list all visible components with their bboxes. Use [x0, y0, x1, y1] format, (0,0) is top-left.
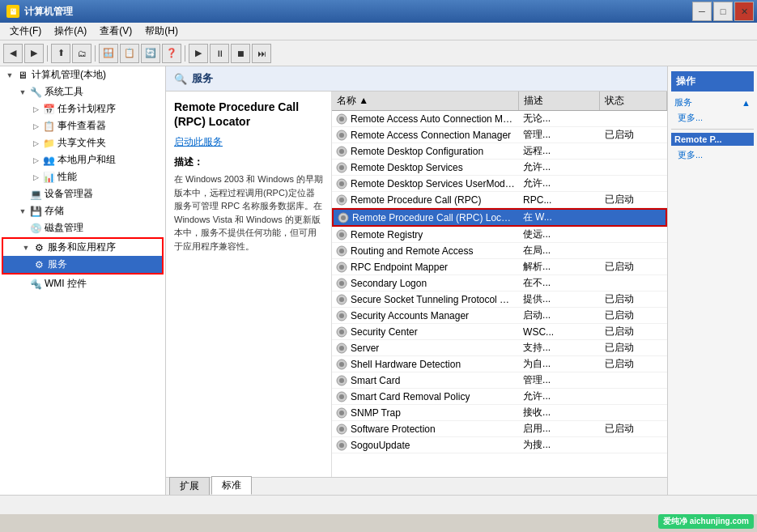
list-item[interactable]: Remote Procedure Call (RPC)RPC...已启动 — [332, 192, 667, 208]
list-item[interactable]: Remote Access Auto Connection Manager无论.… — [332, 111, 667, 127]
svg-point-23 — [339, 297, 344, 302]
list-item[interactable]: SogouUpdate为搜... — [332, 437, 667, 453]
sidebar-item-localusers[interactable]: ▷ 👥 本地用户和组 — [0, 151, 165, 168]
menu-action[interactable]: 操作(A) — [48, 23, 93, 40]
service-name-cell: Remote Desktop Services UserMode Port R.… — [332, 177, 518, 191]
toolbar-help[interactable]: ❓ — [162, 44, 181, 63]
maximize-button[interactable]: □ — [713, 2, 733, 21]
title-controls[interactable]: ─ □ ✕ — [692, 2, 754, 21]
menu-help[interactable]: 帮助(H) — [138, 23, 185, 40]
service-name-text: Smart Card Removal Policy — [351, 391, 470, 402]
service-name-cell: Remote Desktop Configuration — [332, 144, 518, 159]
storage-icon: 💾 — [29, 205, 42, 218]
service-desc-cell: 提供... — [518, 292, 600, 307]
tab-standard[interactable]: 标准 — [211, 476, 252, 495]
minimize-button[interactable]: ─ — [692, 2, 712, 21]
service-name-cell: SNMP Trap — [332, 406, 518, 420]
list-item[interactable]: Security Accounts Manager启动...已启动 — [332, 308, 667, 324]
list-item[interactable]: Remote Access Connection Manager管理...已启动 — [332, 127, 667, 143]
sidebar-item-perf[interactable]: ▷ 📊 性能 — [0, 168, 165, 185]
service-status-cell: 已启动 — [600, 127, 667, 143]
list-item[interactable]: Smart Card Removal Policy允许... — [332, 389, 667, 405]
svg-point-5 — [339, 149, 344, 154]
sidebar-item-services[interactable]: ⚙ 服务 — [3, 256, 162, 273]
services-icon: ⚙ — [32, 258, 45, 271]
list-item[interactable]: Security CenterWSC...已启动 — [332, 324, 667, 340]
toolbar-restart[interactable]: ⏭ — [252, 44, 271, 63]
service-status-cell — [600, 250, 667, 252]
sidebar-item-diskmgmt[interactable]: 💿 磁盘管理 — [0, 219, 165, 236]
list-item[interactable]: Secure Socket Tunneling Protocol Service… — [332, 292, 667, 308]
sidebar-item-wmi[interactable]: 🔩 WMI 控件 — [0, 275, 165, 292]
more-action-2[interactable]: 更多... — [671, 147, 754, 163]
start-service-link[interactable]: 启动此服务 — [174, 136, 223, 147]
list-item[interactable]: SNMP Trap接收... — [332, 405, 667, 421]
toolbar-forward-button[interactable]: ▶ — [24, 44, 44, 63]
sidebar-item-root[interactable]: ▼ 🖥 计算机管理(本地) — [0, 66, 165, 83]
close-button[interactable]: ✕ — [734, 2, 754, 21]
menu-file[interactable]: 文件(F) — [3, 23, 48, 40]
toolbar-new-window[interactable]: 🪟 — [99, 44, 118, 63]
service-name-text: Remote Registry — [351, 229, 423, 240]
service-icon — [335, 145, 348, 158]
toolbar-pause[interactable]: ⏸ — [210, 44, 229, 63]
service-name-text: Smart Card — [351, 375, 400, 386]
list-item[interactable]: Smart Card管理... — [332, 372, 667, 389]
col-header-desc[interactable]: 描述 — [519, 92, 600, 110]
eventvwr-icon: 📋 — [42, 120, 55, 133]
toolbar-pause2[interactable]: ⏹ — [231, 44, 250, 63]
toolbar-show-hide-button[interactable]: 🗂 — [72, 44, 91, 63]
toolbar-back-button[interactable]: ◀ — [3, 44, 23, 63]
sidebar-item-storage[interactable]: ▼ 💾 存储 — [0, 202, 165, 219]
list-item[interactable]: Remote Desktop Services UserMode Port R.… — [332, 176, 667, 192]
service-icon — [335, 194, 348, 206]
more-action-1[interactable]: 更多... — [671, 110, 754, 126]
toolbar-properties[interactable]: 📋 — [120, 44, 139, 63]
description-pane: Remote Procedure Call (RPC) Locator 启动此服… — [166, 92, 332, 477]
list-item[interactable]: Server支持...已启动 — [332, 340, 667, 356]
list-item[interactable]: Software Protection启用...已启动 — [332, 421, 667, 437]
list-item[interactable]: Secondary Logon在不... — [332, 275, 667, 292]
toolbar-play[interactable]: ▶ — [189, 44, 208, 63]
expand-icon-svcapp: ▼ — [19, 241, 32, 254]
sidebar-item-shares[interactable]: ▷ 📁 共享文件夹 — [0, 134, 165, 151]
col-header-status[interactable]: 状态 — [600, 92, 667, 110]
toolbar-refresh[interactable]: 🔄 — [141, 44, 160, 63]
tab-expand[interactable]: 扩展 — [169, 477, 210, 495]
expand-icon-shares: ▷ — [29, 137, 42, 150]
sidebar-item-scheduler[interactable]: ▷ 📅 任务计划程序 — [0, 100, 165, 117]
svcapp-icon: ⚙ — [32, 241, 45, 254]
sidebar-shares-label: 共享文件夹 — [57, 136, 106, 150]
sidebar-item-tools[interactable]: ▼ 🔧 系统工具 — [0, 83, 165, 100]
col-header-name[interactable]: 名称 ▲ — [332, 92, 519, 110]
svg-point-15 — [339, 232, 344, 237]
list-item[interactable]: Remote Procedure Call (RPC) Locator在 W..… — [332, 208, 667, 227]
list-item[interactable]: Remote Desktop Services允许... — [332, 160, 667, 176]
service-status-cell — [600, 151, 667, 152]
expand-icon-event: ▷ — [29, 120, 42, 133]
list-item[interactable]: Shell Hardware Detection为自...已启动 — [332, 356, 667, 372]
sidebar-wmi-label: WMI 控件 — [45, 277, 87, 291]
list-item[interactable]: RPC Endpoint Mapper解析...已启动 — [332, 259, 667, 275]
service-status-cell — [600, 118, 667, 120]
toolbar-up-button[interactable]: ⬆ — [51, 44, 70, 63]
service-desc-cell: 为搜... — [518, 437, 600, 453]
list-item[interactable]: Remote Registry使远... — [332, 227, 667, 243]
service-name-text: Remote Procedure Call (RPC) Locator — [352, 212, 515, 223]
service-name-text: Secure Socket Tunneling Protocol Service — [351, 294, 515, 305]
sidebar-item-svcapp[interactable]: ▼ ⚙ 服务和应用程序 — [3, 239, 162, 256]
tools-icon: 🔧 — [29, 86, 42, 99]
service-name-cell: SogouUpdate — [332, 438, 518, 453]
service-desc-cell: 远程... — [518, 143, 600, 159]
sidebar-item-eventvwr[interactable]: ▷ 📋 事件查看器 — [0, 117, 165, 134]
service-status-cell — [600, 283, 667, 284]
col-status-label: 状态 — [605, 95, 624, 106]
sidebar-item-devmgr[interactable]: 💻 设备管理器 — [0, 185, 165, 202]
service-name-cell: Remote Procedure Call (RPC) — [332, 193, 518, 207]
svg-point-39 — [339, 427, 344, 432]
menu-view[interactable]: 查看(V) — [93, 23, 138, 40]
service-status-cell — [600, 167, 667, 168]
list-item[interactable]: Routing and Remote Access在局... — [332, 243, 667, 259]
service-desc-cell: 启用... — [518, 421, 600, 436]
list-item[interactable]: Remote Desktop Configuration远程... — [332, 143, 667, 160]
